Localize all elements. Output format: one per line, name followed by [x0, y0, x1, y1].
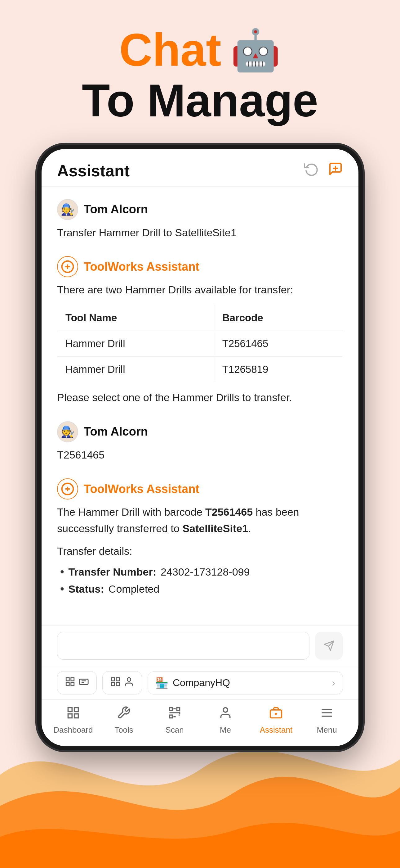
svg-rect-7: [71, 678, 74, 681]
new-chat-icon[interactable]: [328, 161, 343, 180]
svg-rect-15: [111, 683, 114, 686]
table-cell-barcode-1: T2561465: [214, 331, 343, 356]
table-row: Hammer Drill T1265819: [57, 356, 343, 382]
nav-scan[interactable]: Scan: [155, 706, 195, 735]
table-row: Hammer Drill T2561465: [57, 331, 343, 356]
message-footer-1: Please select one of the Hammer Drills t…: [57, 389, 343, 406]
nav-tools[interactable]: Tools: [104, 706, 144, 735]
site-highlight: SatelliteSite1: [182, 523, 248, 534]
header-chat-text: Chat: [120, 25, 222, 75]
nav-label-menu: Menu: [317, 725, 337, 735]
message-block-1: 🧑‍🔧 Tom Alcorn Transfer Hammer Drill to …: [57, 199, 343, 241]
table-header-barcode: Barcode: [214, 305, 343, 331]
svg-rect-8: [66, 683, 69, 686]
page-header: Chat 🤖 To Manage: [0, 0, 400, 145]
svg-rect-13: [111, 678, 114, 681]
svg-rect-18: [68, 708, 72, 712]
phone-mockup: Assistant: [37, 145, 363, 751]
bullet-value-1: 24302-173128-099: [161, 563, 249, 580]
bullet-item-status: Status: Completed: [60, 581, 343, 597]
assistant-logo-2: [57, 478, 78, 499]
svg-rect-9: [71, 683, 74, 686]
bottom-nav: Dashboard Tools: [41, 700, 359, 746]
company-icon: 🏪: [155, 677, 168, 689]
menu-icon: [320, 706, 334, 723]
history-icon[interactable]: [304, 161, 319, 180]
nav-label-assistant: Assistant: [260, 725, 293, 735]
context-btn-1[interactable]: [57, 671, 97, 694]
company-name: CompanyHQ: [173, 677, 230, 688]
bullet-list: Transfer Number: 24302-173128-099 Status…: [57, 563, 343, 597]
company-info: 🏪 CompanyHQ: [155, 677, 230, 689]
bullet-item-transfer-number: Transfer Number: 24302-173128-099: [60, 563, 343, 580]
context-icon-2: [78, 677, 89, 689]
assistant-name-2: ToolWorks Assistant: [84, 483, 199, 496]
send-button[interactable]: [315, 632, 343, 660]
assistant-logo-1: [57, 256, 78, 277]
dashboard-icon: [66, 706, 80, 723]
table-cell-barcode-2: T1265819: [214, 356, 343, 382]
nav-label-dashboard: Dashboard: [53, 725, 93, 735]
message-block-3: 🧑‍🔧 Tom Alcorn T2561465: [57, 421, 343, 463]
input-bar: [41, 625, 359, 666]
chat-area: 🧑‍🔧 Tom Alcorn Transfer Hammer Drill to …: [41, 187, 359, 625]
assistant-nav-icon: [269, 706, 283, 723]
assistant-header-1: ToolWorks Assistant: [57, 256, 343, 277]
nav-label-me: Me: [220, 725, 231, 735]
user-name-1: Tom Alcorn: [84, 203, 148, 216]
message-block-4: ToolWorks Assistant The Hammer Drill wit…: [57, 478, 343, 597]
bullet-label-2: Status:: [69, 581, 104, 597]
table-cell-name-2: Hammer Drill: [57, 356, 214, 382]
tools-icon: [117, 706, 131, 723]
user-header-1: 🧑‍🔧 Tom Alcorn: [57, 199, 343, 220]
robot-emoji: 🤖: [230, 28, 280, 72]
app-content: Assistant: [41, 149, 359, 746]
nav-assistant[interactable]: Assistant: [256, 706, 296, 735]
svg-rect-22: [170, 708, 172, 711]
assistant-name-1: ToolWorks Assistant: [84, 260, 199, 274]
top-bar-icons: [304, 161, 343, 180]
app-title: Assistant: [57, 161, 130, 180]
svg-rect-23: [177, 708, 179, 711]
context-icon-4: [124, 677, 134, 689]
svg-rect-14: [116, 678, 120, 681]
transfer-details: Transfer details: Transfer Number: 24302…: [57, 543, 343, 597]
top-bar: Assistant: [41, 149, 359, 187]
table-header-name: Tool Name: [57, 305, 214, 331]
message-text-1: Transfer Hammer Drill to SatelliteSite1: [57, 224, 343, 241]
user-header-2: 🧑‍🔧 Tom Alcorn: [57, 421, 343, 442]
message-input[interactable]: [57, 632, 309, 660]
company-arrow-icon: ›: [332, 677, 335, 688]
svg-rect-21: [74, 714, 78, 718]
user-name-2: Tom Alcorn: [84, 425, 148, 438]
nav-dashboard[interactable]: Dashboard: [53, 706, 93, 735]
message-text-3: T2561465: [57, 447, 343, 463]
svg-rect-19: [74, 708, 78, 712]
svg-point-17: [127, 678, 131, 681]
header-manage-text: To Manage: [0, 75, 400, 126]
me-icon: [219, 706, 232, 723]
svg-rect-10: [79, 679, 88, 685]
context-btn-2[interactable]: [102, 671, 142, 694]
transfer-label: Transfer details:: [57, 543, 343, 559]
nav-menu[interactable]: Menu: [307, 706, 347, 735]
svg-rect-16: [116, 683, 120, 686]
message-block-2: ToolWorks Assistant There are two Hammer…: [57, 256, 343, 405]
transfer-confirmation-text: The Hammer Drill with barcode T2561465 h…: [57, 504, 343, 536]
bullet-label-1: Transfer Number:: [69, 563, 156, 580]
nav-label-scan: Scan: [166, 725, 184, 735]
context-icon-1: [65, 677, 75, 689]
company-selector[interactable]: 🏪 CompanyHQ ›: [147, 672, 343, 694]
barcode-highlight: T2561465: [205, 506, 253, 518]
nav-label-tools: Tools: [114, 725, 133, 735]
avatar-2: 🧑‍🔧: [57, 421, 78, 442]
bullet-value-2: Completed: [108, 581, 159, 597]
nav-me[interactable]: Me: [205, 706, 245, 735]
svg-rect-20: [68, 714, 72, 718]
svg-rect-6: [66, 678, 69, 681]
assistant-header-2: ToolWorks Assistant: [57, 478, 343, 499]
message-intro-1: There are two Hammer Drills available fo…: [57, 282, 343, 298]
svg-rect-24: [170, 715, 172, 718]
avatar-1: 🧑‍🔧: [57, 199, 78, 220]
table-cell-name-1: Hammer Drill: [57, 331, 214, 356]
